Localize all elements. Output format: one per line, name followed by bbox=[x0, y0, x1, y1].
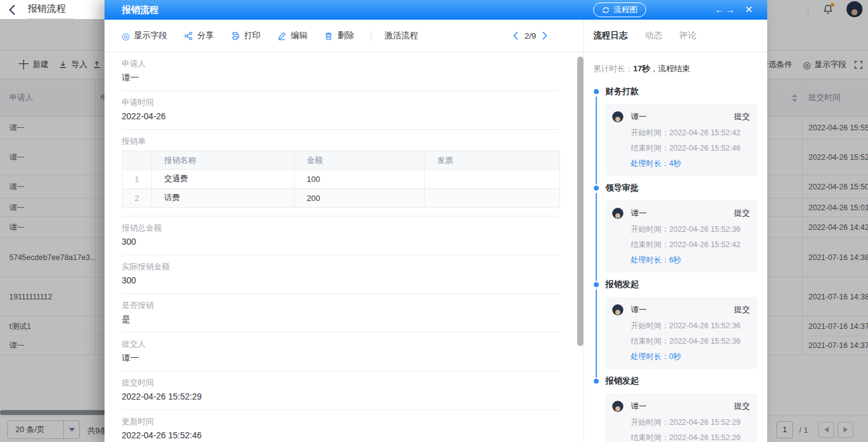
display-fields-button[interactable]: ◎ 显示字段 bbox=[122, 30, 167, 41]
prev-record-icon[interactable] bbox=[513, 31, 518, 40]
end-time: 结束时间：2022-04-26 15:52:42 bbox=[631, 240, 750, 250]
timeline-dot bbox=[594, 282, 599, 287]
form-field: 申请人 谭一 bbox=[122, 52, 559, 91]
action-label: 提交 bbox=[734, 304, 750, 315]
form-field: 申请时间 2022-04-26 bbox=[122, 91, 559, 130]
back-button[interactable] bbox=[8, 4, 15, 15]
duration: 处理时长：6秒 bbox=[631, 256, 750, 265]
drawer-title: 报销流程 bbox=[122, 0, 159, 20]
node-name: 报销发起 bbox=[606, 280, 757, 290]
edit-icon bbox=[277, 31, 286, 41]
avatar bbox=[612, 401, 623, 412]
trash-icon bbox=[324, 31, 333, 41]
flowchart-icon bbox=[602, 6, 610, 14]
user-name: 谭一 bbox=[631, 304, 647, 315]
timeline-section: 报销发起 谭一 提交 开始时间：2022-04-26 15:52:36 结束时间… bbox=[593, 280, 757, 369]
record-pagination: 2/9 bbox=[513, 31, 548, 41]
timeline-dot bbox=[594, 379, 599, 384]
log-summary: 累计时长：17秒，流程结束 bbox=[593, 63, 757, 74]
tab-comments[interactable]: 评论 bbox=[679, 30, 696, 41]
drawer-header: 报销流程 流程图 ←→ × bbox=[105, 0, 767, 20]
start-time: 开始时间：2022-04-26 15:52:36 bbox=[631, 322, 750, 331]
form-field: 是否报销 是 bbox=[122, 294, 559, 333]
timeline-dot bbox=[594, 89, 599, 94]
start-time: 开始时间：2022-04-26 15:52:29 bbox=[631, 418, 750, 427]
duration: 处理时长：4秒 bbox=[631, 159, 750, 168]
detail-drawer: 报销流程 流程图 ←→ × ◎ 显示字段 bbox=[105, 0, 767, 442]
close-icon[interactable]: × bbox=[745, 0, 752, 18]
share-button[interactable]: 分享 bbox=[184, 30, 214, 41]
page-nav: 报销流程 bbox=[0, 0, 105, 19]
subtable: 报销名称 金额 发票 1 交通费 100 2 bbox=[122, 151, 560, 208]
timeline-dot bbox=[594, 186, 599, 191]
page-title: 报销流程 bbox=[28, 2, 73, 19]
total-duration: 17秒 bbox=[633, 64, 650, 73]
action-label: 提交 bbox=[734, 208, 750, 219]
detail-main: ◎ 显示字段 分享 打印 bbox=[105, 20, 584, 442]
print-icon bbox=[231, 31, 240, 41]
form-field: 更新时间 2022-04-26 15:52:46 bbox=[122, 410, 559, 442]
next-record-icon[interactable] bbox=[542, 31, 548, 40]
node-name: 报销发起 bbox=[606, 376, 757, 386]
toolbar-divider bbox=[371, 31, 371, 41]
user-name: 谭一 bbox=[631, 111, 647, 122]
duration: 处理时长：0秒 bbox=[631, 352, 750, 361]
end-time: 结束时间：2022-04-26 15:52:29 bbox=[631, 433, 750, 442]
start-time: 开始时间：2022-04-26 15:52:42 bbox=[631, 128, 750, 138]
log-tabs: 流程日志 动态 评论 bbox=[584, 20, 767, 52]
end-time: 结束时间：2022-04-26 15:52:36 bbox=[631, 337, 750, 346]
detail-form: 申请人 谭一 申请时间 2022-04-26 报销单 报销名称 bbox=[105, 52, 583, 442]
timeline-section: 财务打款 谭一 提交 开始时间：2022-04-26 15:52:42 结束时间… bbox=[593, 87, 757, 176]
end-time: 结束时间：2022-04-26 15:52:46 bbox=[631, 144, 750, 153]
print-button[interactable]: 打印 bbox=[231, 30, 261, 41]
vertical-scrollbar-thumb[interactable] bbox=[577, 57, 583, 346]
tab-process-log[interactable]: 流程日志 bbox=[593, 30, 628, 41]
log-timeline: 累计时长：17秒，流程结束 财务打款 谭一 提交 开始时间：2022-04-26… bbox=[584, 52, 767, 442]
user-name: 谭一 bbox=[631, 208, 647, 219]
action-label: 提交 bbox=[734, 401, 750, 412]
record-page-indicator: 2/9 bbox=[524, 31, 536, 41]
delete-button[interactable]: 删除 bbox=[324, 30, 354, 41]
user-name: 谭一 bbox=[631, 401, 647, 412]
screen: ? 帮助 十 新建 导入 bbox=[0, 0, 868, 442]
form-field: 实际报销金额 300 bbox=[122, 255, 559, 294]
tab-activity[interactable]: 动态 bbox=[645, 30, 662, 41]
subtable-row: 2 话费 200 bbox=[122, 189, 560, 208]
avatar bbox=[612, 111, 623, 122]
activate-flow-button[interactable]: 激活流程 bbox=[385, 30, 418, 41]
display-fields-icon: ◎ bbox=[122, 31, 130, 41]
form-field: 提交时间 2022-04-26 15:52:29 bbox=[122, 371, 559, 410]
timeline-card: 谭一 提交 开始时间：2022-04-26 15:52:36 结束时间：2022… bbox=[606, 297, 757, 369]
timeline-section: 领导审批 谭一 提交 开始时间：2022-04-26 15:52:36 结束时间… bbox=[593, 183, 757, 272]
drawer-body: ◎ 显示字段 分享 打印 bbox=[105, 20, 767, 442]
start-time: 开始时间：2022-04-26 15:52:36 bbox=[631, 225, 750, 234]
form-field: 提交人 谭一 bbox=[122, 333, 559, 371]
timeline-card: 谭一 提交 开始时间：2022-04-26 15:52:36 结束时间：2022… bbox=[606, 200, 757, 272]
flowchart-button[interactable]: 流程图 bbox=[593, 2, 646, 17]
node-name: 财务打款 bbox=[606, 87, 757, 97]
timeline-card: 谭一 提交 开始时间：2022-04-26 15:52:42 结束时间：2022… bbox=[606, 104, 757, 176]
avatar bbox=[612, 304, 623, 315]
timeline-card: 谭一 提交 开始时间：2022-04-26 15:52:29 结束时间：2022… bbox=[606, 393, 757, 442]
form-field: 报销总金额 300 bbox=[122, 216, 559, 255]
detail-toolbar: ◎ 显示字段 分享 打印 bbox=[105, 20, 583, 52]
timeline-section: 报销发起 谭一 提交 开始时间：2022-04-26 15:52:29 结束时间… bbox=[593, 376, 757, 442]
subtable-field: 报销单 报销名称 金额 发票 1 交通费 100 bbox=[122, 130, 559, 216]
subtable-row: 1 交通费 100 bbox=[122, 170, 560, 189]
action-label: 提交 bbox=[734, 111, 750, 122]
log-panel: 流程日志 动态 评论 累计时长：17秒，流程结束 财务打款 谭一 提交 bbox=[584, 20, 767, 442]
share-icon bbox=[184, 31, 193, 41]
subtable-header-row: 报销名称 金额 发票 bbox=[122, 151, 560, 170]
node-name: 领导审批 bbox=[606, 183, 757, 193]
edit-button[interactable]: 编辑 bbox=[277, 30, 307, 41]
avatar bbox=[612, 208, 623, 219]
expand-arrows-button[interactable]: ←→ bbox=[715, 0, 736, 19]
